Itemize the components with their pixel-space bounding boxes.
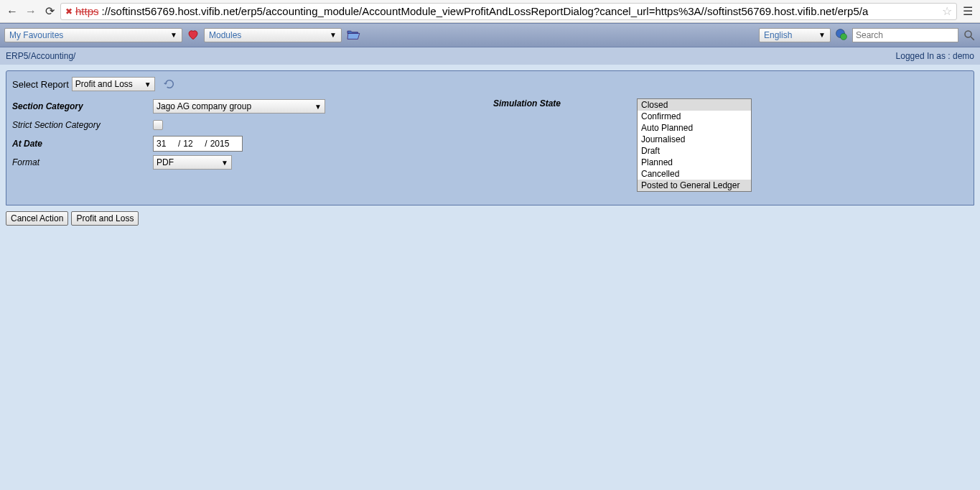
back-button[interactable]: ← xyxy=(4,4,20,19)
cancel-button[interactable]: Cancel Action xyxy=(6,211,68,226)
chevron-down-icon: ▼ xyxy=(330,31,337,39)
browser-menu-button[interactable]: ☰ xyxy=(960,4,976,18)
svg-point-2 xyxy=(965,31,971,37)
breadcrumb-sep: / xyxy=(73,51,75,61)
url-path: ://softinst56769.host.vifib.net/erp5/acc… xyxy=(102,5,869,17)
modules-label: Modules xyxy=(209,30,241,40)
format-label: Format xyxy=(12,157,153,167)
submit-button[interactable]: Profit and Loss xyxy=(71,211,139,226)
heart-icon[interactable] xyxy=(187,28,200,43)
chevron-down-icon: ▼ xyxy=(221,159,228,167)
breadcrumb-erp5[interactable]: ERP5 xyxy=(6,51,28,61)
breadcrumb-bar: ERP5 / Accounting / Logged In as : demo xyxy=(0,47,980,65)
url-scheme: https xyxy=(75,5,99,17)
date-separator: / xyxy=(205,139,207,149)
language-dropdown[interactable]: English ▼ xyxy=(759,28,831,42)
browser-chrome: ← → ⟳ ✖ https ://softinst56769.host.vifi… xyxy=(0,0,980,23)
breadcrumb-accounting[interactable]: Accounting xyxy=(31,51,73,61)
chevron-down-icon: ▼ xyxy=(818,31,826,39)
simulation-state-option[interactable]: Draft xyxy=(638,145,751,157)
simulation-state-option[interactable]: Cancelled xyxy=(638,168,751,180)
svg-point-1 xyxy=(841,33,847,40)
at-date-field: / / xyxy=(153,136,243,152)
simulation-state-option[interactable]: Confirmed xyxy=(638,111,751,122)
bookmark-star-icon[interactable]: ☆ xyxy=(942,4,952,18)
date-separator: / xyxy=(178,139,180,149)
favourites-dropdown[interactable]: My Favourites ▼ xyxy=(4,28,182,42)
select-report-dropdown[interactable]: Profit and Loss ▼ xyxy=(72,77,155,91)
at-date-year[interactable] xyxy=(209,137,241,151)
at-date-label: At Date xyxy=(12,139,153,149)
search-input[interactable] xyxy=(852,28,958,42)
modules-dropdown[interactable]: Modules ▼ xyxy=(204,28,342,42)
chevron-down-icon: ▼ xyxy=(170,31,177,39)
url-bar[interactable]: ✖ https ://softinst56769.host.vifib.net/… xyxy=(60,3,957,20)
simulation-state-option[interactable]: Planned xyxy=(638,157,751,168)
simulation-state-option[interactable]: Journalised xyxy=(638,134,751,145)
simulation-state-option[interactable]: Posted to General Ledger xyxy=(638,180,751,191)
forward-button: → xyxy=(23,4,39,19)
section-category-dropdown[interactable]: Jago AG company group ▼ xyxy=(153,99,325,114)
format-value: PDF xyxy=(157,157,174,167)
report-form: Select Report Profit and Loss ▼ Section … xyxy=(6,70,974,205)
select-report-label: Select Report xyxy=(12,79,69,90)
logged-in-text: Logged In as : demo xyxy=(896,51,974,61)
action-buttons: Cancel Action Profit and Loss xyxy=(6,211,974,226)
globe-icon[interactable] xyxy=(835,28,848,43)
section-category-value: Jago AG company group xyxy=(157,101,251,111)
favourites-label: My Favourites xyxy=(9,30,63,40)
form-right-column: Simulation State ClosedConfirmedAuto Pla… xyxy=(493,98,968,195)
simulation-state-option[interactable]: Closed xyxy=(638,99,751,111)
language-label: English xyxy=(764,30,792,40)
folder-open-icon[interactable] xyxy=(346,29,360,42)
simulation-state-option[interactable]: Auto Planned xyxy=(638,122,751,134)
at-date-day[interactable] xyxy=(155,137,177,151)
reload-button[interactable]: ⟳ xyxy=(42,4,57,19)
insecure-icon: ✖ xyxy=(65,6,73,17)
refresh-icon[interactable] xyxy=(164,78,175,90)
search-go-icon[interactable] xyxy=(963,29,976,42)
form-left-column: Section Category Jago AG company group ▼… xyxy=(12,98,472,195)
simulation-state-listbox[interactable]: ClosedConfirmedAuto PlannedJournalisedDr… xyxy=(637,98,752,192)
chevron-down-icon: ▼ xyxy=(144,80,151,88)
strict-section-label: Strict Section Category xyxy=(12,120,153,130)
strict-section-checkbox[interactable] xyxy=(153,120,163,130)
format-dropdown[interactable]: PDF ▼ xyxy=(153,155,232,170)
at-date-month[interactable] xyxy=(182,137,203,151)
app-toolbar: My Favourites ▼ Modules ▼ English ▼ xyxy=(0,23,980,47)
svg-line-3 xyxy=(971,37,974,40)
select-report-value: Profit and Loss xyxy=(75,79,133,89)
section-category-label: Section Category xyxy=(12,101,153,111)
simulation-state-label: Simulation State xyxy=(493,98,637,108)
chevron-down-icon: ▼ xyxy=(314,103,322,111)
